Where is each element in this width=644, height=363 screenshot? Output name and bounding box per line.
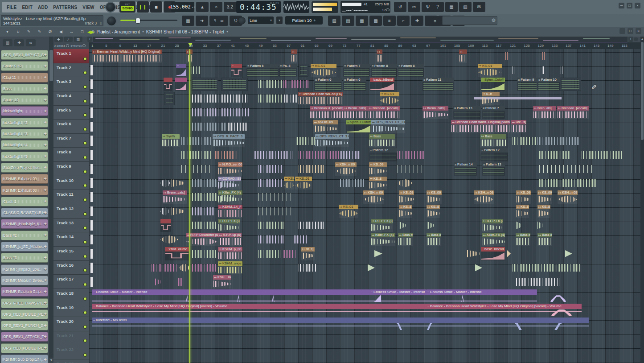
slip-tool-icon[interactable]: ↔ [67,28,76,35]
track-row-17[interactable]: Track 17 [53,275,89,289]
track-row-16[interactable]: Track 16 [53,261,89,275]
delete-tool-icon[interactable]: Ø [45,28,55,35]
audio-clip[interactable] [254,148,292,161]
audio-clip[interactable]: ↦KS..01 [311,64,336,77]
track-mute-led[interactable] [83,198,87,202]
timeline-ruler[interactable]: 1591317212529333741454953576165697377818… [89,42,640,50]
track-row-1[interactable]: Track 1 [53,49,89,63]
audio-clip[interactable] [90,162,93,176]
audio-clip[interactable]: ↦Brennan Heart Wildst..y Mind [HQ Origin… [92,50,162,63]
audio-clip[interactable] [296,134,315,148]
picker-item[interactable]: OPS_FREE_RAWSTYLE..✚ [1,298,48,308]
automation-clip[interactable]: ~Endless Smile - Master - Intensit [427,289,537,303]
search-box[interactable]: ◍ [442,16,497,25]
audio-clip[interactable] [427,219,434,232]
pattern-selector[interactable]: Pattern 10 + [285,16,323,25]
audio-clip[interactable] [283,247,295,260]
audio-clip[interactable]: ↦Brennan H..[vocals] [310,106,344,120]
master-meters[interactable] [312,1,338,13]
picker-item[interactable]: Bass✚ [1,84,48,94]
menu-item-edit[interactable]: EDIT [20,5,35,10]
audio-clip[interactable] [299,261,316,275]
audio-clip[interactable] [181,134,212,148]
pattern-clip[interactable]: ≡Pattern 7 [343,64,370,77]
track-row-22[interactable]: Track 22 [53,345,89,359]
automation-clip[interactable]: ~ [164,78,172,91]
audio-clip[interactable]: ↦KS..8 [427,205,440,218]
track-row-11[interactable]: Track 11 [53,190,89,204]
wait-input-icon[interactable]: ○ [210,2,222,12]
time-display[interactable]: M.S.CS 0:44:35 [236,1,281,13]
audio-clip[interactable]: ↦Bass #2 [427,233,441,246]
picker-item[interactable]: CLASSIC RAWSTYLE KI..✚ [1,208,48,218]
stop-button[interactable]: ■ [150,1,162,12]
pattern-clip[interactable]: ≡Pattern 6 [343,78,366,91]
slide-icon[interactable]: ∕ [64,37,73,42]
track-row-23[interactable]: Track 23 [53,359,89,363]
audio-clip[interactable]: ↦KS..8 [537,205,550,218]
track-mute-led[interactable] [83,353,87,357]
audio-clip[interactable] [191,92,248,105]
pattern-clip[interactable]: ≡Pattern 7 [482,106,505,120]
audio-clip[interactable]: ↦0..# [482,92,500,105]
picker-scroll-down-icon[interactable]: ▼ [49,358,53,363]
audio-clip[interactable] [513,134,536,148]
audio-clip[interactable] [299,219,324,232]
save-as-icon[interactable]: ▧ [459,2,472,12]
audio-clip[interactable]: ↦KS..8 [369,177,387,190]
track-row-6[interactable]: Track 6 [53,120,89,134]
audio-clip[interactable] [513,64,514,77]
audio-clip[interactable] [299,148,339,161]
advance-icon[interactable]: ➜ [196,16,208,26]
audio-clip[interactable] [90,106,93,120]
brush-tool-icon[interactable]: ✎ [35,28,44,35]
automation-clip[interactable]: ~Balance - Brennan Heart Wildstylez - Lo… [427,304,582,317]
automation-clip[interactable]: ~YMM..olume [165,247,189,260]
audio-clip[interactable]: ↦Killer..FX (4) [218,190,242,204]
audio-clip[interactable]: ↦KSHM..p_08 [218,247,242,260]
track-row-18[interactable]: Track 18 [53,289,89,303]
audio-clip[interactable]: ↦ [291,50,297,63]
track-mute-led[interactable] [83,226,87,230]
audio-clip[interactable] [90,190,93,204]
audio-clip[interactable] [258,190,293,204]
track-mute-led[interactable] [83,311,87,314]
audio-clip[interactable] [368,261,375,275]
audio-clip[interactable]: ↦Killer..FX (4) [482,233,505,246]
navigator-left-icon[interactable]: ‹ [87,37,92,42]
audio-clip[interactable]: ↦OPS_REV1..CT_3 #2 [371,120,405,133]
close-button[interactable]: × [636,28,641,34]
automation-clip[interactable]: ~ [160,219,171,232]
audio-clip[interactable]: ↦KS..01 [295,177,312,190]
pattern-clip[interactable]: ≡Pa..5 [279,64,297,77]
track-row-7[interactable]: Track 7 [53,134,89,148]
audio-clip[interactable]: ↦KS..01 [380,92,399,105]
audio-clip[interactable]: ↦Bren..als] [533,106,556,120]
audio-clip[interactable] [537,134,581,148]
audio-clip[interactable] [90,134,93,148]
audio-clip[interactable] [228,120,249,133]
close-button[interactable]: × [635,3,640,8]
audio-clip[interactable] [539,162,592,176]
audio-clip[interactable] [507,247,511,260]
audio-clip[interactable] [192,64,201,77]
hint-slider-handle[interactable] [135,18,140,24]
audio-clip[interactable] [398,162,423,176]
track-mute-led[interactable] [83,325,87,329]
audio-clip[interactable] [258,92,282,105]
audio-clip[interactable]: ↦R.F.P FX (3) [482,219,503,232]
pattern-clip[interactable]: ≡Pattern 12 [369,148,397,161]
audio-clip[interactable] [90,205,93,218]
automation-clip[interactable]: ~basic..hBend [481,247,505,260]
detach-icon[interactable]: ▧ [328,16,340,26]
pattern-clip[interactable]: ≡Pattern 13 [482,162,505,176]
picker-item[interactable]: OPS_REV1_IMPACT_S..✚ [1,50,48,60]
audio-clip[interactable] [191,261,217,275]
metronome-monitor-icon[interactable] [238,17,246,25]
audio-clip[interactable] [561,64,562,77]
undo-icon[interactable]: ↺ [394,2,406,12]
picker-item[interactable]: OPS_REV1_PUNCH_S..✚ [1,321,48,330]
browser-icon[interactable]: ≡ [383,16,396,26]
track-row-20[interactable]: Track 20 [53,317,89,331]
arrangement-subtitle[interactable]: KSHMR Short Fill 08 - 138BPM - Triplet [146,29,225,34]
